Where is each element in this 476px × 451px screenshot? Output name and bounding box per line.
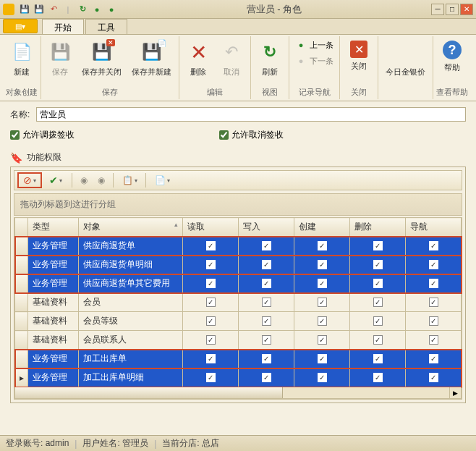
perm-checkbox[interactable]: ✓ [350, 350, 406, 368]
perm-checkbox[interactable]: ✓ [294, 256, 350, 274]
tab-start[interactable]: 开始 [42, 19, 84, 34]
perm-checkbox[interactable]: ✓ [406, 274, 462, 293]
help-button[interactable]: ?帮助 [436, 38, 468, 76]
qat-saveclose-icon[interactable]: 💾 [33, 4, 45, 15]
perm-checkbox[interactable]: ✓ [183, 237, 239, 256]
perm-checkbox[interactable]: ✓ [239, 312, 294, 331]
perm-checkbox[interactable]: ✓ [350, 331, 406, 350]
perm-checkbox[interactable]: ✓ [350, 274, 406, 293]
permissions-header: 🔖 功能权限 [10, 148, 466, 167]
close-record-button[interactable]: ✕关闭 [343, 38, 375, 75]
perm-checkbox[interactable]: ✓ [294, 368, 350, 387]
perm-checkbox[interactable]: ✓ [183, 256, 239, 274]
col-indicator[interactable] [15, 218, 28, 237]
scrollbar-thumb[interactable] [15, 387, 283, 398]
perm-checkbox[interactable]: ✓ [183, 368, 239, 387]
qat-next-icon[interactable]: ● [106, 4, 117, 15]
perm-checkbox[interactable]: ✓ [406, 237, 462, 256]
name-input[interactable] [36, 107, 466, 122]
perm-checkbox[interactable]: ✓ [183, 293, 239, 312]
perm-checkbox[interactable]: ✓ [350, 237, 406, 256]
maximize-button[interactable]: □ [446, 4, 459, 15]
perm-checkbox[interactable]: ✓ [406, 350, 462, 368]
table-row[interactable]: 基础资料 会员联系人 ✓✓✓✓✓ [15, 331, 462, 350]
col-type[interactable]: 类型 [28, 218, 79, 237]
col-object[interactable]: 对象▴ [79, 218, 183, 237]
perm-checkbox[interactable]: ✓ [239, 293, 294, 312]
perm-checkbox[interactable]: ✓ [350, 312, 406, 331]
perm-checkbox[interactable]: ✓ [239, 350, 294, 368]
qat-save-icon[interactable]: 💾 [19, 4, 30, 15]
perm-checkbox[interactable]: ✓ [294, 293, 350, 312]
gold-price-button[interactable]: 今日金银价 [381, 38, 430, 80]
col-read[interactable]: 读取 [183, 218, 239, 237]
window-buttons: ─ □ ✕ [431, 4, 473, 15]
statusbar: 登录账号: admin| 用户姓名: 管理员| 当前分店: 总店 [0, 435, 476, 451]
save-new-button[interactable]: 💾📄保存并新建 [127, 38, 176, 80]
minimize-button[interactable]: ─ [431, 4, 444, 15]
perm-checkbox[interactable]: ✓ [239, 331, 294, 350]
delete-button[interactable]: ✕删除 [182, 38, 214, 80]
perm-checkbox[interactable]: ✓ [294, 274, 350, 293]
allow-transfer-checkbox[interactable]: 允许调拨签收 [10, 129, 75, 141]
next-icon: ● [295, 55, 307, 67]
perm-checkbox[interactable]: ✓ [183, 312, 239, 331]
nav-first-button[interactable]: ◉ [76, 172, 92, 188]
prev-record-button[interactable]: ●上一条 [292, 38, 336, 52]
col-delete[interactable]: 删除 [350, 218, 406, 237]
perm-checkbox[interactable]: ✓ [239, 368, 294, 387]
perm-checkbox[interactable]: ✓ [406, 293, 462, 312]
app-menu-button[interactable]: ▤▾ [3, 19, 38, 33]
next-record-button[interactable]: ●下一条 [292, 54, 336, 68]
export-button[interactable]: 📄▾ [150, 172, 174, 188]
perm-checkbox[interactable]: ✓ [294, 237, 350, 256]
perm-checkbox[interactable]: ✓ [406, 312, 462, 331]
perm-checkbox[interactable]: ✓ [183, 274, 239, 293]
perm-checkbox[interactable]: ✓ [350, 368, 406, 387]
perm-checkbox[interactable]: ✓ [350, 256, 406, 274]
col-nav[interactable]: 导航 [406, 218, 462, 237]
grid-toolbar: ⊘▾ ✔▾ ◉ ◉ 📋▾ 📄▾ [14, 170, 462, 190]
col-write[interactable]: 写入 [239, 218, 294, 237]
app-icon [3, 4, 14, 15]
qat-refresh-icon[interactable]: ↻ [77, 4, 88, 15]
table-row[interactable]: 基础资料 会员等级 ✓✓✓✓✓ [15, 312, 462, 331]
new-button[interactable]: 📄新建 [6, 38, 38, 80]
perm-checkbox[interactable]: ✓ [406, 368, 462, 387]
deny-button[interactable]: ⊘▾ [17, 172, 42, 188]
perm-checkbox[interactable]: ✓ [239, 274, 294, 293]
perm-checkbox[interactable]: ✓ [183, 331, 239, 350]
perm-checkbox[interactable]: ✓ [239, 237, 294, 256]
horizontal-scrollbar[interactable]: ▶ [14, 387, 462, 399]
table-row[interactable]: 业务管理 加工出库单 ✓✓✓✓✓ [15, 350, 462, 368]
save-button[interactable]: 💾保存 [44, 38, 76, 80]
table-row[interactable]: ▸ 业务管理 加工出库单明细 ✓✓✓✓✓ [15, 368, 462, 387]
qat-prev-icon[interactable]: ● [91, 4, 103, 15]
permissions-grid[interactable]: 类型 对象▴ 读取 写入 创建 删除 导航 业务管理 供应商退货单 ✓✓✓✓✓ … [14, 217, 462, 400]
perm-checkbox[interactable]: ✓ [294, 350, 350, 368]
perm-checkbox[interactable]: ✓ [239, 256, 294, 274]
qat-undo-icon[interactable]: ↶ [48, 4, 59, 15]
perm-checkbox[interactable]: ✓ [406, 256, 462, 274]
cancel-button[interactable]: ↶取消 [216, 38, 247, 80]
allow-button[interactable]: ✔▾ [43, 172, 68, 188]
perm-checkbox[interactable]: ✓ [350, 293, 406, 312]
tab-tools[interactable]: 工具 [85, 19, 127, 34]
table-row[interactable]: 业务管理 供应商退货单其它费用 ✓✓✓✓✓ [15, 274, 462, 293]
scroll-right-arrow[interactable]: ▶ [449, 387, 461, 398]
table-row[interactable]: 业务管理 供应商退货单 ✓✓✓✓✓ [15, 237, 462, 256]
close-button[interactable]: ✕ [460, 4, 473, 15]
perm-checkbox[interactable]: ✓ [406, 331, 462, 350]
table-row[interactable]: 业务管理 供应商退货单明细 ✓✓✓✓✓ [15, 256, 462, 274]
allow-cancel-sign-checkbox[interactable]: 允许取消签收 [219, 129, 284, 141]
nav-last-button[interactable]: ◉ [93, 172, 109, 188]
perm-checkbox[interactable]: ✓ [183, 350, 239, 368]
save-close-button[interactable]: 💾✕保存并关闭 [77, 38, 126, 80]
perm-checkbox[interactable]: ✓ [294, 312, 350, 331]
group-by-hint[interactable]: 拖动列标题到这进行分组 [14, 193, 462, 216]
copy-button[interactable]: 📋▾ [117, 172, 142, 188]
perm-checkbox[interactable]: ✓ [294, 331, 350, 350]
col-create[interactable]: 创建 [294, 218, 350, 237]
refresh-button[interactable]: ↻刷新 [254, 38, 286, 80]
table-row[interactable]: 基础资料 会员 ✓✓✓✓✓ [15, 293, 462, 312]
